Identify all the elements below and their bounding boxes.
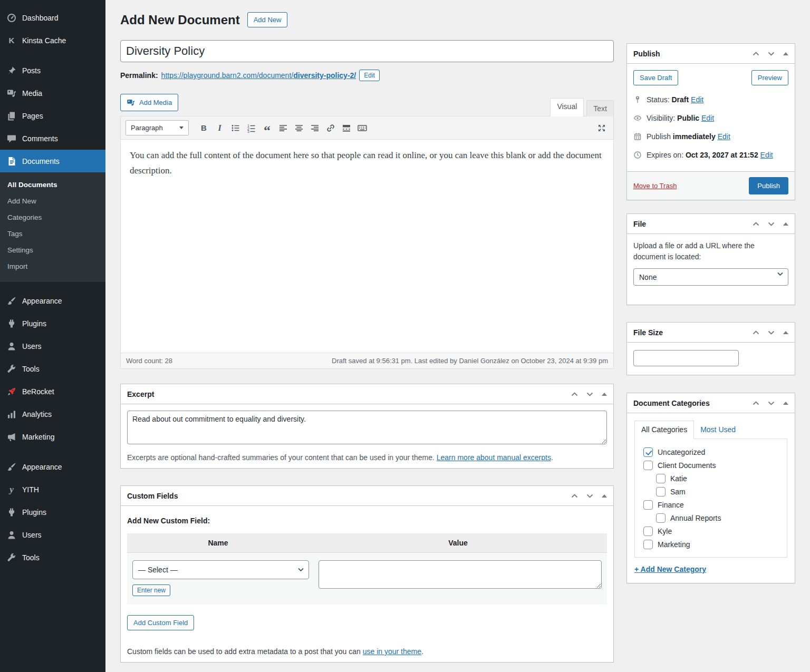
align-center-button[interactable] [292, 121, 306, 134]
edit-expires-link[interactable]: Edit [760, 151, 773, 159]
sidebar-item-tools[interactable]: Tools [0, 357, 105, 380]
permalink-url[interactable]: https://playground.barn2.com/document/di… [161, 71, 356, 80]
custom-field-name-select[interactable]: — Select — [132, 560, 309, 579]
move-up-icon[interactable] [753, 330, 759, 335]
sidebar-item-berocket[interactable]: BeRocket [0, 380, 105, 403]
bullet-list-button[interactable] [228, 121, 243, 134]
file-source-select[interactable]: None [633, 268, 788, 286]
publish-button[interactable]: Publish [749, 177, 788, 194]
category-checkbox[interactable] [643, 500, 653, 510]
fullscreen-button[interactable] [594, 121, 609, 134]
toggle-panel-icon[interactable] [602, 393, 607, 396]
category-checkbox[interactable] [656, 487, 666, 496]
tab-text[interactable]: Text [586, 100, 614, 116]
category-item[interactable]: Client Documents [640, 459, 782, 472]
sidebar-item-analytics[interactable]: Analytics [0, 403, 105, 425]
move-up-icon[interactable] [753, 222, 759, 226]
save-draft-button[interactable]: Save Draft [633, 70, 678, 85]
sidebar-item-appearance[interactable]: Appearance [0, 289, 105, 312]
move-up-icon[interactable] [753, 401, 759, 405]
move-down-icon[interactable] [586, 494, 593, 498]
sidebar-item-media[interactable]: Media [0, 82, 105, 104]
sidebar-item-comments[interactable]: Comments [0, 127, 105, 150]
align-left-button[interactable] [276, 121, 290, 134]
sidebar-item-documents[interactable]: Documents [0, 150, 105, 172]
category-item[interactable]: Finance [640, 498, 782, 511]
toggle-panel-icon[interactable] [783, 402, 788, 405]
tab-all-categories[interactable]: All Categories [634, 421, 694, 439]
add-media-button[interactable]: Add Media [120, 94, 178, 111]
excerpt-help-link[interactable]: Learn more about manual excerpts [437, 453, 551, 462]
edit-schedule-link[interactable]: Edit [718, 132, 730, 141]
blockquote-button[interactable]: “ [260, 121, 274, 134]
move-down-icon[interactable] [768, 52, 775, 56]
move-up-icon[interactable] [753, 52, 759, 56]
category-checkbox[interactable] [656, 474, 666, 483]
edit-status-link[interactable]: Edit [691, 95, 703, 104]
paragraph-format-select[interactable]: Paragraph [126, 120, 189, 135]
add-new-button[interactable]: Add New [247, 12, 288, 27]
category-item[interactable]: Marketing [640, 538, 782, 551]
submenu-add-new[interactable]: Add New [0, 193, 105, 209]
sidebar-item-dashboard[interactable]: Dashboard [0, 6, 105, 29]
submenu-settings[interactable]: Settings [0, 242, 105, 258]
sidebar-item-appearance-2[interactable]: Appearance [0, 455, 105, 478]
add-new-category-link[interactable]: + Add New Category [634, 565, 706, 573]
category-item[interactable]: Uncategorized [640, 445, 782, 459]
category-checkbox[interactable] [643, 540, 653, 549]
move-to-trash-link[interactable]: Move to Trash [633, 182, 677, 190]
move-down-icon[interactable] [768, 222, 775, 226]
read-more-button[interactable] [339, 121, 353, 134]
category-checkbox[interactable] [656, 513, 666, 523]
tab-visual[interactable]: Visual [550, 98, 584, 116]
toggle-panel-icon[interactable] [783, 331, 788, 334]
document-title-input[interactable] [120, 40, 614, 62]
toggle-panel-icon[interactable] [602, 494, 607, 498]
excerpt-textarea[interactable]: Read about out commitment to equality an… [127, 411, 607, 444]
sidebar-item-pages[interactable]: Pages [0, 104, 105, 127]
category-item[interactable]: Sam [653, 485, 782, 498]
category-checkbox[interactable] [643, 461, 653, 470]
permalink-edit-button[interactable]: Edit [359, 70, 380, 81]
sidebar-item-plugins[interactable]: Plugins [0, 312, 105, 335]
move-up-icon[interactable] [571, 494, 578, 498]
category-item[interactable]: Annual Reports [653, 511, 782, 524]
move-up-icon[interactable] [571, 392, 578, 396]
move-down-icon[interactable] [768, 401, 775, 405]
category-checkbox[interactable] [643, 527, 653, 536]
sidebar-item-yith[interactable]: y YITH [0, 478, 105, 501]
file-size-input[interactable] [633, 350, 739, 366]
sidebar-item-tools-2[interactable]: Tools [0, 546, 105, 569]
sidebar-item-kinsta-cache[interactable]: K Kinsta Cache [0, 29, 105, 52]
preview-button[interactable]: Preview [751, 70, 788, 85]
custom-fields-help-link[interactable]: use in your theme [363, 647, 421, 656]
submenu-categories[interactable]: Categories [0, 209, 105, 226]
toggle-panel-icon[interactable] [783, 222, 788, 226]
category-item[interactable]: Katie [653, 472, 782, 485]
category-checkbox[interactable] [643, 447, 653, 457]
link-button[interactable] [323, 121, 338, 134]
edit-visibility-link[interactable]: Edit [701, 114, 714, 122]
sidebar-item-marketing[interactable]: Marketing [0, 425, 105, 448]
move-down-icon[interactable] [768, 330, 775, 335]
editor-body[interactable]: You can add the full content of the docu… [121, 140, 613, 353]
sidebar-item-posts[interactable]: Posts [0, 59, 105, 82]
sidebar-item-plugins-2[interactable]: Plugins [0, 501, 105, 523]
submenu-tags[interactable]: Tags [0, 226, 105, 242]
add-custom-field-button[interactable]: Add Custom Field [127, 615, 194, 630]
italic-button[interactable]: I [213, 121, 227, 134]
align-right-button[interactable] [307, 121, 322, 134]
numbered-list-button[interactable]: 123 [244, 121, 258, 134]
keyboard-shortcuts-button[interactable] [355, 121, 369, 134]
enter-new-button[interactable]: Enter new [132, 585, 170, 596]
tab-most-used[interactable]: Most Used [694, 421, 742, 439]
category-item[interactable]: Kyle [640, 524, 782, 538]
move-down-icon[interactable] [586, 392, 593, 396]
submenu-all-documents[interactable]: All Documents [0, 177, 105, 193]
toggle-panel-icon[interactable] [783, 52, 788, 55]
custom-field-value-textarea[interactable] [319, 560, 602, 589]
bold-button[interactable]: B [197, 121, 211, 134]
submenu-import[interactable]: Import [0, 258, 105, 275]
sidebar-item-users[interactable]: Users [0, 335, 105, 357]
sidebar-item-users-2[interactable]: Users [0, 523, 105, 546]
